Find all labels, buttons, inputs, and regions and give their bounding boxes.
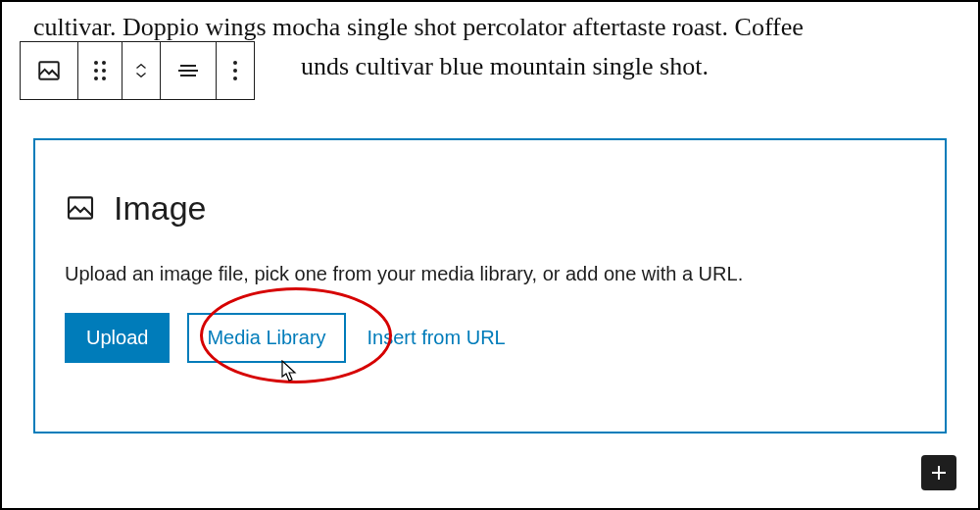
drag-handle-icon [94,61,106,80]
block-toolbar [20,41,255,100]
more-options-icon [232,60,238,81]
chevron-up-icon[interactable] [134,64,148,70]
align-button[interactable] [161,42,217,99]
svg-rect-4 [69,197,92,218]
image-icon [65,192,96,224]
add-block-button[interactable] [921,455,956,490]
svg-point-2 [233,69,237,73]
chevron-down-icon[interactable] [134,72,148,77]
upload-button[interactable]: Upload [65,313,170,363]
image-block-title: Image [114,189,207,228]
image-block-placeholder: Image Upload an image file, pick one fro… [33,138,947,434]
align-icon [176,59,200,82]
drag-handle[interactable] [78,42,122,99]
insert-from-url-button[interactable]: Insert from URL [364,327,510,349]
more-options-button[interactable] [217,42,254,99]
image-icon [36,58,62,83]
block-type-button[interactable] [21,42,78,99]
plus-icon [929,463,949,483]
image-block-actions: Upload Media Library Insert from URL [65,313,915,363]
mouse-cursor [278,360,298,385]
svg-point-1 [233,61,237,65]
image-block-description: Upload an image file, pick one from your… [65,263,915,285]
svg-rect-0 [39,62,59,78]
media-library-button[interactable]: Media Library [187,313,345,363]
svg-point-3 [233,76,237,80]
